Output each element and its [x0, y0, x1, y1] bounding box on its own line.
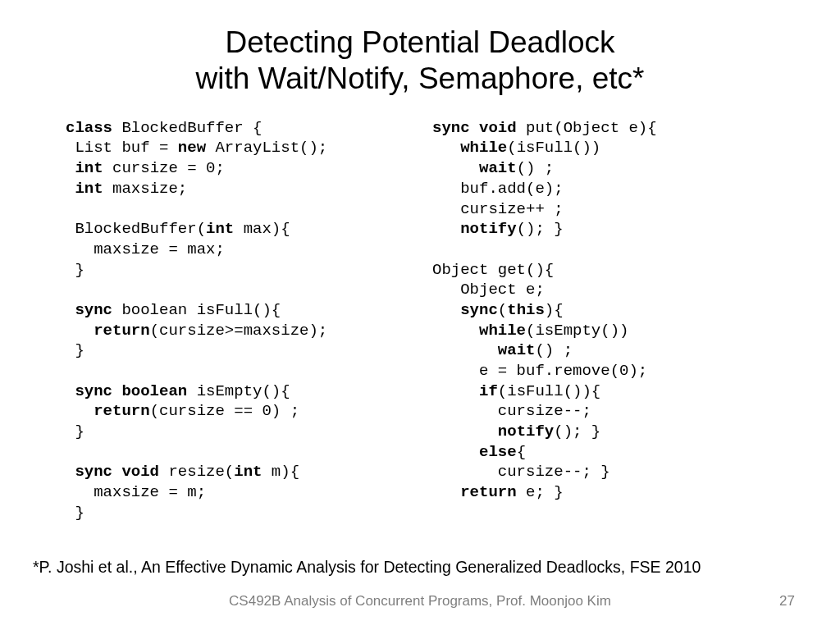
kw: class [66, 119, 112, 137]
kw: wait [479, 159, 517, 177]
txt: maxsize; [103, 180, 188, 198]
txt: () ; [535, 341, 573, 359]
txt: { [517, 443, 526, 461]
txt: ArrayList(); [206, 139, 327, 157]
txt: (cursize>=maxsize); [150, 322, 328, 340]
kw: wait [498, 341, 536, 359]
kw: while [460, 139, 507, 157]
txt: ( [498, 301, 507, 319]
kw: while [479, 322, 526, 340]
txt: () ; [517, 159, 555, 177]
txt: max){ [234, 220, 290, 238]
kw: int [234, 463, 262, 481]
txt [432, 422, 498, 441]
txt: ){ [545, 301, 564, 319]
txt: BlockedBuffer { [112, 119, 262, 137]
txt: } [66, 422, 84, 441]
kw: sync [460, 301, 498, 319]
txt: } [66, 504, 84, 522]
txt: List buf = [66, 139, 178, 157]
kw: notify [498, 422, 554, 441]
txt: maxsize = max; [66, 240, 225, 258]
code-left-column: class BlockedBuffer { List buf = new Arr… [66, 118, 408, 523]
txt: Object e; [432, 281, 545, 299]
txt [66, 382, 75, 400]
slide-title: Detecting Potential Deadlock with Wait/N… [33, 25, 807, 98]
txt: (isEmpty()) [526, 322, 628, 340]
txt [432, 483, 460, 501]
txt: (); } [554, 422, 600, 441]
txt: cursize++ ; [432, 200, 564, 218]
txt [66, 402, 94, 420]
page-number: 27 [779, 593, 795, 609]
kw: int [206, 220, 234, 238]
kw: notify [460, 220, 516, 238]
txt: maxsize = m; [66, 483, 206, 501]
kw: if [479, 382, 498, 400]
txt: buf.add(e); [432, 180, 564, 198]
txt: cursize--; } [432, 463, 610, 481]
txt: e; } [517, 483, 564, 501]
txt [66, 159, 75, 177]
txt [432, 341, 498, 359]
title-line-2: with Wait/Notify, Semaphore, etc* [196, 62, 645, 95]
txt [66, 463, 75, 481]
kw: int [75, 180, 103, 198]
txt: } [66, 341, 84, 359]
txt [432, 382, 479, 400]
code-right-column: sync void put(Object e){ while(isFull())… [432, 118, 774, 523]
txt [432, 443, 479, 461]
txt [66, 301, 75, 319]
txt [66, 322, 94, 340]
txt: BlockedBuffer( [66, 220, 206, 238]
slide: Detecting Potential Deadlock with Wait/N… [0, 0, 840, 630]
kw: new [178, 139, 206, 157]
txt [432, 159, 479, 177]
txt: (cursize == 0) ; [150, 402, 299, 420]
kw: sync void [75, 463, 159, 481]
txt: Object get(){ [432, 261, 554, 279]
txt: isEmpty(){ [187, 382, 290, 400]
txt: cursize = 0; [103, 159, 225, 177]
txt: } [66, 261, 84, 279]
txt [432, 322, 479, 340]
citation-text: *P. Joshi et al., An Effective Dynamic A… [33, 558, 807, 577]
txt: resize( [159, 463, 234, 481]
txt [432, 220, 460, 238]
kw: this [507, 301, 545, 319]
kw: else [479, 443, 517, 461]
kw: return [94, 402, 149, 420]
txt: cursize--; [432, 402, 591, 420]
txt: (isFull()){ [498, 382, 600, 400]
footer-text: CS492B Analysis of Concurrent Programs, … [0, 593, 840, 609]
kw: sync boolean [75, 382, 187, 400]
txt [66, 180, 75, 198]
txt: (isFull()) [507, 139, 600, 157]
kw: sync void [432, 119, 517, 137]
kw: return [94, 322, 149, 340]
kw: return [460, 483, 516, 501]
txt [432, 301, 460, 319]
title-line-1: Detecting Potential Deadlock [225, 25, 614, 59]
txt: e = buf.remove(0); [432, 362, 647, 380]
kw: sync [75, 301, 112, 319]
txt: put(Object e){ [517, 119, 657, 137]
kw: int [75, 159, 103, 177]
txt: boolean isFull(){ [112, 301, 281, 319]
txt: m){ [262, 463, 299, 481]
code-columns: class BlockedBuffer { List buf = new Arr… [33, 118, 807, 523]
txt [432, 139, 460, 157]
txt: (); } [517, 220, 564, 238]
